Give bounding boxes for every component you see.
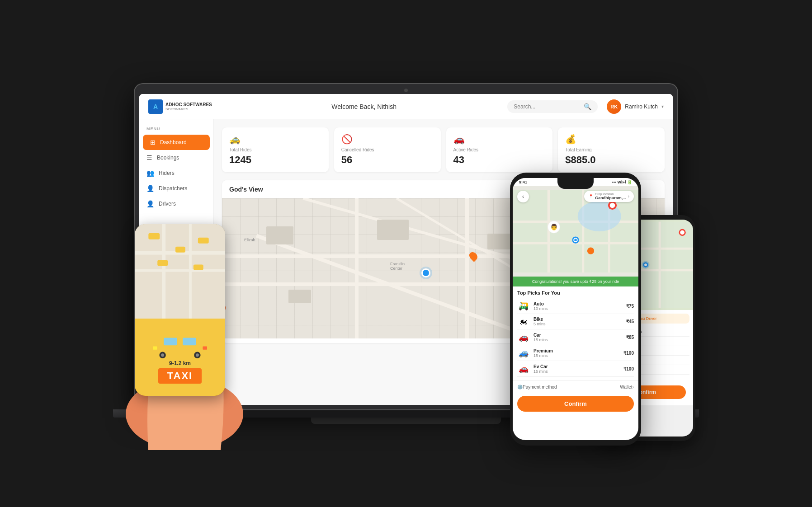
svg-point-33 [574, 239, 577, 241]
phone1-wrapper: 9:41 ▪▪▪ WiFi 🔋 [510, 173, 641, 446]
cancelled-rides-value: 56 [341, 154, 434, 166]
user-profile[interactable]: RK Ramiro Kutch ▾ [607, 99, 664, 114]
sidebar-label-riders: Riders [159, 170, 175, 176]
bike-info: Bike 5 mins [533, 317, 623, 326]
active-rides-icon: 🚗 [453, 134, 546, 145]
stat-total-rides: 🚕 Total Rides 1245 [222, 127, 329, 172]
premium-info: Premium 15 mins [533, 348, 620, 358]
logo: A ADHOC SOFTWARES SOFTWARES [148, 99, 221, 114]
sidebar-label-dashboard: Dashboard [160, 139, 187, 146]
bike-price: ₹45 [626, 319, 634, 324]
sidebar-item-dashboard[interactable]: ⊞ Dashboard [143, 135, 210, 150]
phone1-signal: ▪▪▪ WiFi 🔋 [612, 180, 633, 184]
total-rides-label: Total Rides [229, 147, 321, 152]
phone1-screen: 9:41 ▪▪▪ WiFi 🔋 [513, 178, 638, 440]
sidebar-label-drivers: Drivers [159, 201, 176, 207]
sidebar-label-dispatchers: Dispatchers [159, 185, 187, 192]
svg-point-47 [644, 263, 647, 266]
logo-subtitle: SOFTWARES [165, 107, 212, 111]
svg-point-38 [587, 247, 594, 254]
svg-point-37 [610, 203, 615, 208]
sidebar: MENU ⊞ Dashboard ☰ Bookings 👥 Riders � [139, 119, 214, 405]
picks-title: Top Picks For You [517, 290, 634, 296]
dashboard-header: A ADHOC SOFTWARES SOFTWARES Welcome Back… [139, 94, 673, 119]
phone1-destination-bar: 📍 Drop location Gandhipuram,... › [584, 191, 634, 202]
svg-rect-43 [659, 222, 661, 308]
auto-icon: 🛺 [517, 301, 530, 311]
premium-price: ₹100 [623, 351, 634, 356]
dashboard-icon: ⊞ [150, 139, 156, 146]
evcar-price: ₹100 [623, 366, 634, 371]
sidebar-item-drivers[interactable]: 👤 Drivers [139, 196, 213, 211]
phone1-notch [557, 178, 594, 189]
stat-cancelled-rides: 🚫 Cancelled Rides 56 [334, 127, 441, 172]
total-rides-value: 1245 [229, 154, 321, 166]
drivers-icon: 👤 [146, 200, 154, 207]
ride-option-premium[interactable]: 🚙 Premium 15 mins ₹100 [517, 345, 634, 361]
laptop-container: A ADHOC SOFTWARES SOFTWARES Welcome Back… [135, 84, 677, 437]
sidebar-item-dispatchers[interactable]: 👤 Dispatchers [139, 181, 213, 196]
total-rides-icon: 🚕 [229, 134, 321, 145]
phone1-time: 9:41 [519, 180, 527, 184]
car-info: Car 15 mins [533, 333, 623, 342]
chevron-down-icon: ▾ [661, 104, 664, 109]
svg-rect-28 [582, 190, 584, 272]
ride-option-bike[interactable]: 🏍 Bike 5 mins ₹45 [517, 314, 634, 329]
chevron-right-icon2: › [633, 385, 634, 390]
premium-icon: 🚙 [517, 348, 530, 358]
evcar-icon: 🚗 [517, 364, 530, 374]
dispatchers-icon: 👤 [146, 185, 154, 192]
car-price: ₹85 [626, 335, 634, 340]
picks-section: Top Picks For You 🛺 Auto 10 mins ₹75 🏍 B… [513, 286, 638, 380]
svg-rect-24 [513, 190, 638, 272]
search-icon: 🔍 [584, 103, 591, 110]
ride-option-auto[interactable]: 🛺 Auto 10 mins ₹75 [517, 298, 634, 314]
cancelled-rides-label: Cancelled Rides [341, 147, 434, 152]
logo-text: ADHOC SOFTWARES [165, 102, 212, 107]
confirm-button[interactable]: Confirm [517, 396, 634, 412]
stat-active-rides: 🚗 Active Rides 43 [446, 127, 553, 172]
car-icon: 🚗 [517, 332, 530, 342]
phone1: 9:41 ▪▪▪ WiFi 🔋 [510, 173, 641, 446]
ride-option-car[interactable]: 🚗 Car 15 mins ₹85 [517, 329, 634, 345]
sidebar-item-riders[interactable]: 👥 Riders [139, 165, 213, 181]
payment-value: Wallet [620, 385, 632, 390]
ride-option-evcar[interactable]: 🚗 Ev Car 15 mins ₹100 [517, 361, 634, 377]
evcar-info: Ev Car 15 mins [533, 364, 620, 374]
search-bar[interactable]: 🔍 [507, 100, 598, 113]
savings-banner: Congratulations! you save upto ₹25 on yo… [513, 277, 638, 286]
auto-price: ₹75 [626, 304, 634, 309]
cancelled-rides-icon: 🚫 [341, 134, 434, 145]
active-rides-label: Active Rides [453, 147, 546, 152]
phone1-back-button[interactable]: ‹ [517, 191, 529, 202]
user-name: Ramiro Kutch [625, 103, 658, 110]
total-earning-icon: 💰 [565, 134, 657, 145]
svg-text:👨: 👨 [550, 223, 558, 231]
total-earning-value: $885.0 [565, 154, 657, 166]
phone1-map: 👨 ‹ 📍 Drop location Gandhi [513, 186, 638, 277]
menu-label: MENU [139, 127, 213, 135]
laptop-stand [311, 418, 501, 424]
stat-total-earning: 💰 Total Earning $885.0 [558, 127, 665, 172]
welcome-text: Welcome Back, Nithish [221, 103, 507, 110]
bookings-icon: ☰ [146, 154, 152, 161]
stat-cards: 🚕 Total Rides 1245 🚫 Cancelled Rides 56 … [222, 127, 665, 172]
bike-icon: 🏍 [517, 317, 530, 326]
search-input[interactable] [514, 103, 580, 110]
laptop-camera [404, 89, 408, 92]
chevron-right-icon: › [628, 194, 629, 199]
active-rides-value: 43 [453, 154, 546, 166]
logo-icon: A [148, 99, 163, 114]
total-earning-label: Total Earning [565, 147, 657, 152]
sidebar-item-bookings[interactable]: ☰ Bookings [139, 150, 213, 165]
sidebar-label-bookings: Bookings [157, 155, 179, 161]
auto-info: Auto 10 mins [533, 301, 623, 311]
payment-row[interactable]: ⚙️ Payment method Wallet › [513, 380, 638, 393]
payment-label: Payment method [523, 385, 557, 390]
riders-icon: 👥 [146, 169, 154, 177]
svg-point-51 [680, 230, 685, 235]
avatar: RK [607, 99, 621, 114]
